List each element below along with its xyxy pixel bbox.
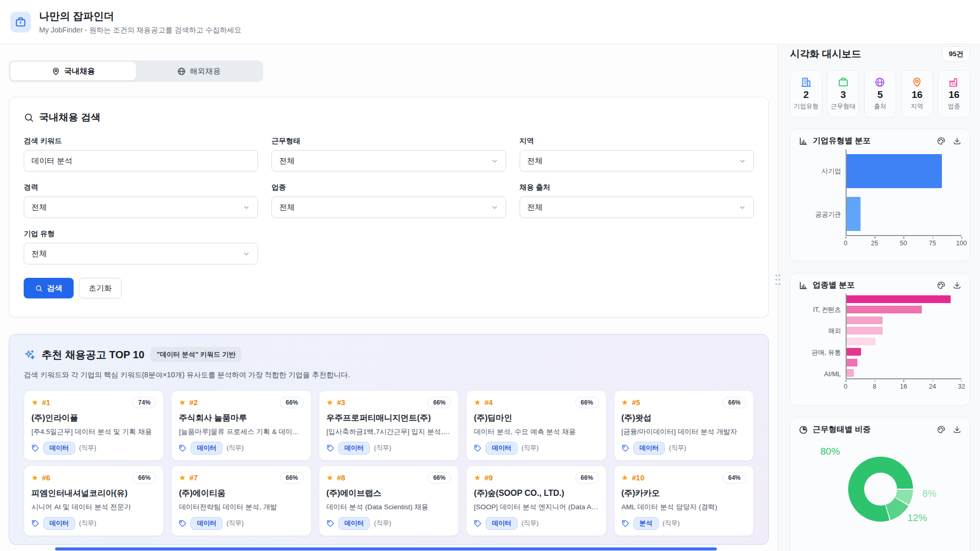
visualization-sidebar: 시각화 대시보드 95건 2기업유형3근무형태5출처16지역16업종 기업유형별… [778,44,980,551]
palette-icon[interactable] [937,137,945,145]
bar-6 [847,348,861,356]
recommendation-card-10[interactable]: ★#1064%(주)카카오AML 데이터 분석 담당자 (경력)분석(직무) [614,465,754,536]
search-icon [24,112,34,123]
search-button-label: 검색 [47,283,62,293]
y-tick-label: 공공기관 [799,193,846,236]
tag-suffix: (직무) [522,519,539,528]
tag-icon [31,444,39,452]
recommendation-card-4[interactable]: ★#466%(주)딥마인데이터 분석, 수요 예측 분석 채용데이터(직무) [466,390,606,461]
recommendation-card-1[interactable]: ★#174%(주)인라이플[주4.5일근무] 데이터 분석 및 기획 채용데이터… [24,390,164,461]
match-percent-badge: 66% [280,472,304,483]
download-icon[interactable] [953,425,961,434]
stat-label: 근무형태 [831,102,855,111]
industry-chart-card: 업종별 분포 IT, 컨텐츠해외판매, 유통AI/ML08162432 [790,273,970,406]
map-pin-icon [912,77,922,88]
company-type-select[interactable]: 전체 [24,243,258,264]
y-tick-label [799,315,846,326]
y-tick-label: 판매, 유통 [799,347,846,358]
briefcase-icon [15,16,26,28]
region-select[interactable]: 전체 [520,150,754,172]
chart-title: 근무형태별 비중 [813,424,871,435]
y-tick-label: IT, 컨텐츠 [799,305,846,315]
tab-domestic[interactable]: 국내채용 [10,62,136,80]
source-select[interactable]: 전체 [520,196,754,218]
match-percent-badge: 66% [132,472,156,483]
job-title: [주4.5일근무] 데이터 분석 및 기획 채용 [31,427,156,437]
work-type-value: 전체 [279,156,295,166]
page-subtitle: My JobFinder - 원하는 조건의 채용공고를 검색하고 수집하세요 [39,26,242,35]
page-title: 나만의 잡파인더 [39,9,242,23]
source-value: 전체 [527,203,543,212]
palette-icon[interactable] [937,425,945,434]
company-type-chart-card: 기업유형별 분포 사기업공공기관0255075100 [790,128,970,261]
download-icon[interactable] [953,281,961,290]
donut-percent-label: 8% [922,488,936,499]
job-title: [늘품마루]물류 프로세스 기획 & 데이... [179,427,303,437]
bar-1 [847,295,951,303]
recommendation-card-9[interactable]: ★#966%(주)숲(SOOP CO., LTD.)[SOOP] 데이터 분석 … [466,465,606,536]
chevron-down-icon [738,157,746,165]
company-name: 피엠인터내셔널코리아(유) [31,488,156,499]
keyword-label: 검색 키워드 [24,137,258,146]
bar-5 [847,338,875,345]
tag-icon [622,444,629,452]
star-icon: ★ [31,398,38,407]
tag-icon [474,520,482,527]
category-tag: 데이터 [486,517,518,530]
chart-title: 업종별 분포 [813,280,855,291]
x-tick-label: 32 [958,383,965,390]
building-icon [801,77,812,88]
rank-label: #6 [42,474,50,482]
reset-button[interactable]: 초기화 [79,278,122,298]
stat-value: 16 [949,89,959,101]
match-percent-badge: 66% [575,397,599,408]
company-type-label: 기업 유형 [24,229,258,239]
download-icon[interactable] [953,137,961,145]
work-type-select[interactable]: 전체 [271,150,506,172]
recommendation-card-6[interactable]: ★#666%피엠인터내셔널코리아(유)시니어 AI 및 데이터 분석 전문가데이… [24,465,164,536]
palette-icon[interactable] [937,281,945,290]
search-icon [35,285,43,292]
rank-label: #7 [190,474,198,482]
industry-label: 업종 [271,183,506,192]
recommendation-card-8[interactable]: ★#866%(주)에이브랩스데이터 분석 (Data Scientist) 채용… [319,465,459,536]
industry-select[interactable]: 전체 [271,196,506,218]
experience-select[interactable]: 전체 [24,196,258,218]
category-tag: 데이터 [43,442,75,455]
work-type-chart-card: 근무형태별 비중 80%12%8% [790,417,970,551]
y-tick-label: 해외 [799,326,846,337]
stat-value: 3 [840,89,846,101]
recommendation-card-2[interactable]: ★#266%주식회사 늘품마루[늘품마루]물류 프로세스 기획 & 데이...데… [171,390,311,461]
panel-resize-grip[interactable] [774,272,781,286]
globe-icon [177,67,186,76]
match-percent-badge: 66% [427,472,451,483]
main-content: 국내채용 해외채용 국내채용 검색 검색 키워드 근무형태 전체 [0,44,778,551]
tag-icon [179,444,186,452]
chevron-down-icon [491,157,498,165]
rank-label: #1 [42,398,50,407]
rank-label: #2 [190,398,198,407]
recommendations-description: 검색 키워드와 각 기업의 핵심 키워드(8분야×10개) 유사도를 분석하여 … [24,371,754,380]
search-button[interactable]: 검색 [24,278,74,298]
horizontal-scrollbar[interactable] [55,547,717,550]
recommendation-card-5[interactable]: ★#566%(주)왓섭[금융/마이데이터] 데이터 분석 개발자데이터(직무) [614,390,754,461]
star-icon: ★ [326,473,333,482]
work-type-donut-chart [848,457,913,522]
recommendation-card-3[interactable]: ★#366%우주프로퍼티매니지먼트(주)[입사축하금1백,7시간근무] 입지 분… [319,390,459,461]
tab-overseas[interactable]: 해외채용 [136,62,262,80]
stat-value: 5 [878,89,883,101]
bar-1 [847,154,942,188]
match-percent-badge: 66% [723,397,746,408]
stat-card-지역: 16지역 [901,70,933,118]
bar-chart-icon [799,281,808,290]
keyword-input[interactable] [24,150,258,172]
y-tick-label [799,358,846,369]
job-title: [SOOP] 데이터 분석 엔지니어 (Data Anal... [474,503,598,512]
chevron-down-icon [738,204,746,211]
tag-icon [31,520,39,527]
star-icon: ★ [326,398,333,407]
recommendation-card-7[interactable]: ★#766%(주)에이티움데이터전략팀 데이터 분석, 개발데이터(직무) [171,465,311,536]
x-tick-label: 0 [844,383,848,390]
job-scope-tabs: 국내채용 해외채용 [9,60,263,82]
chevron-down-icon [491,204,498,211]
